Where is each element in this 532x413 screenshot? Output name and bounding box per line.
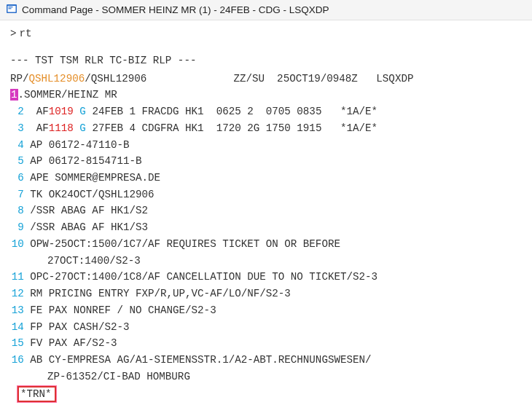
line-body: AB CY-EMPRESA AG/A1-SIEMENSSTR.1/A2-ABT.… (30, 354, 371, 366)
line-index: 4 (10, 137, 24, 154)
pnr-line[interactable]: 14 FP PAX CASH/S2-3 (10, 319, 522, 336)
flight-number: 1118 (49, 122, 74, 134)
pnr-line[interactable]: 7 TK OK24OCT/QSHL12906 (10, 186, 522, 203)
carrier-code: AF (36, 106, 49, 117)
line-continuation: ZP-61352/CI-BAD HOMBURG (10, 369, 522, 385)
header-right: ZZ/SU 25OCT19/0948Z LSQXDP (234, 71, 414, 87)
line-prefix (24, 172, 31, 184)
line-prefix (24, 354, 31, 366)
line-index: 2 (10, 103, 24, 120)
line-body: FP PAX CASH/S2-3 (30, 321, 129, 333)
line-index: 8 (10, 202, 24, 219)
pnr-line[interactable]: 9 /SSR ABAG AF HK1/S3 (10, 219, 522, 236)
line-prefix (24, 304, 31, 316)
booking-class: G (79, 106, 86, 117)
line-body: FE PAX NONREF / NO CHANGE/S2-3 (30, 304, 216, 316)
line-prefix (24, 271, 31, 283)
pnr-line[interactable]: 12 RM PRICING ENTRY FXP/R,UP,VC-AF/LO/NF… (10, 286, 522, 302)
line-body: TK OK24OCT/QSHL12906 (30, 189, 154, 200)
booking-class: G (79, 122, 86, 134)
line-index: 5 (10, 153, 24, 170)
line-prefix (24, 139, 31, 151)
header-gap (146, 71, 233, 87)
line-body: AP 06172-47110-B (30, 139, 129, 151)
pnr-lines: 1.SOMMER/HEINZ MR2 AF1019 G 24FEB 1 FRAC… (10, 87, 522, 385)
command-prompt-row: > rt (10, 28, 522, 39)
command-input-text[interactable]: rt (20, 28, 32, 39)
line-prefix (24, 205, 31, 216)
header-office-id: QSHL12906 (29, 71, 85, 87)
line-body: /SSR ABAG AF HK1/S2 (30, 205, 148, 216)
header-suffix: /QSHL12906 (85, 71, 146, 87)
line-index: 13 (10, 302, 24, 319)
line-body: OPW-25OCT:1500/1C7/AF REQUIRES TICKET ON… (30, 238, 340, 250)
app-window: Command Page - SOMMER HEINZ MR (1) - 24F… (0, 0, 532, 413)
line-body: SOMMER/HEINZ MR (24, 89, 117, 101)
line-body: FV PAX AF/S2-3 (30, 337, 117, 349)
pnr-line[interactable]: 8 /SSR ABAG AF HK1/S2 (10, 202, 522, 219)
trn-highlight-box: *TRN* (17, 386, 56, 402)
pnr-line[interactable]: 3 AF1118 G 27FEB 4 CDGFRA HK1 1720 2G 17… (10, 120, 522, 137)
line-body: OPC-27OCT:1400/1C8/AF CANCELLATION DUE T… (30, 271, 378, 283)
pnr-line[interactable]: 2 AF1019 G 24FEB 1 FRACDG HK1 0625 2 070… (10, 103, 522, 120)
line-index: 12 (10, 286, 24, 302)
line-index: 15 (10, 335, 24, 352)
segment-details: 27FEB 4 CDGFRA HK1 1720 2G 1750 1915 *1A… (86, 122, 378, 134)
line-body: AP 06172-8154711-B (30, 155, 141, 167)
pnr-line[interactable]: 16 AB CY-EMPRESA AG/A1-SIEMENSSTR.1/A2-A… (10, 352, 522, 369)
line-continuation: 27OCT:1400/S2-3 (10, 253, 522, 270)
svg-rect-2 (9, 7, 13, 7)
titlebar: Command Page - SOMMER HEINZ MR (1) - 24F… (0, 0, 532, 20)
line-body: APE SOMMER@EMPRESA.DE (30, 172, 160, 184)
pnr-line[interactable]: 11 OPC-27OCT:1400/1C8/AF CANCELLATION DU… (10, 269, 522, 286)
pnr-line[interactable]: 10 OPW-25OCT:1500/1C7/AF REQUIRES TICKET… (10, 236, 522, 253)
line-index: 16 (10, 352, 24, 369)
line-index: 3 (10, 120, 24, 137)
line-index: 7 (10, 186, 24, 203)
line-prefix (24, 337, 31, 349)
pnr-flags-line: --- TST TSM RLR TC-BIZ RLP --- (10, 52, 522, 69)
line-index: 11 (10, 269, 24, 286)
segment-details: 24FEB 1 FRACDG HK1 0625 2 0705 0835 *1A/… (86, 106, 378, 117)
pnr-line[interactable]: 15 FV PAX AF/S2-3 (10, 335, 522, 352)
line-prefix: . (18, 89, 25, 101)
line-prefix (24, 155, 31, 167)
command-page-icon (6, 3, 17, 17)
line-prefix (24, 321, 31, 333)
line-prefix (24, 288, 31, 299)
line-index: 6 (10, 170, 24, 186)
line-prefix (24, 122, 36, 134)
flight-number: 1019 (49, 106, 74, 117)
line-body: RM PRICING ENTRY FXP/R,UP,VC-AF/LO/NF/S2… (30, 288, 291, 299)
pnr-line[interactable]: 1.SOMMER/HEINZ MR (10, 87, 522, 103)
line-index: 9 (10, 219, 24, 236)
header-prefix: RP/ (10, 71, 29, 87)
svg-rect-3 (9, 8, 12, 9)
carrier-code: AF (36, 122, 49, 134)
pnr-line[interactable]: 5 AP 06172-8154711-B (10, 153, 522, 170)
line-index: 14 (10, 319, 24, 336)
trn-indicator: *TRN* (20, 388, 52, 400)
pnr-line[interactable]: 6 APE SOMMER@EMPRESA.DE (10, 170, 522, 186)
line-index: 10 (10, 236, 24, 253)
line-body: /SSR ABAG AF HK1/S3 (30, 221, 148, 233)
line-index: 1 (10, 89, 18, 101)
pnr-line[interactable]: 13 FE PAX NONREF / NO CHANGE/S2-3 (10, 302, 522, 319)
window-title: Command Page - SOMMER HEINZ MR (1) - 24F… (22, 4, 329, 15)
prompt-caret: > (10, 28, 17, 39)
pnr-line[interactable]: 4 AP 06172-47110-B (10, 137, 522, 154)
terminal-area[interactable]: > rt --- TST TSM RLR TC-BIZ RLP --- RP/Q… (0, 20, 532, 406)
pnr-header-row: RP/QSHL12906/QSHL12906 ZZ/SU 25OCT19/094… (10, 71, 522, 87)
line-prefix (24, 221, 31, 233)
line-prefix (24, 238, 31, 250)
line-prefix (24, 106, 36, 117)
line-prefix (24, 189, 31, 200)
